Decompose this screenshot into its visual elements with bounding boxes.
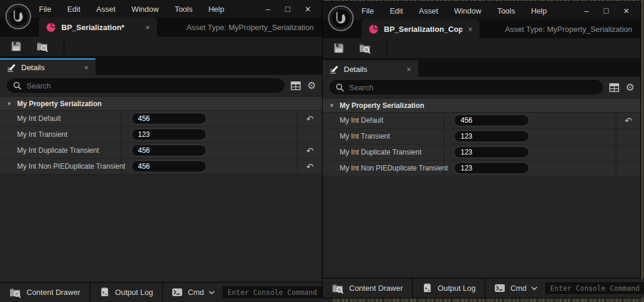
status-bar: Content Drawer Output Log Cmd [323, 278, 640, 298]
content-drawer-button[interactable]: Content Drawer [0, 283, 89, 302]
chevron-down-icon[interactable] [531, 287, 537, 290]
property-value-input[interactable] [454, 162, 529, 174]
menu-tools[interactable]: Tools [175, 5, 192, 14]
content-drawer-button[interactable]: Content Drawer [323, 278, 412, 298]
search-icon [336, 83, 344, 92]
toolbar [323, 38, 640, 60]
browse-to-asset-button[interactable] [358, 42, 371, 55]
terminal-icon [494, 284, 505, 293]
property-value-input[interactable] [132, 160, 206, 172]
menu-asset[interactable]: Asset [96, 5, 116, 14]
property-row: My Int Duplicate Transient ↶ [323, 145, 640, 160]
output-log-icon [100, 287, 110, 297]
content-drawer-icon [9, 286, 21, 298]
details-tab-label: Details [21, 63, 78, 72]
property-value-input[interactable] [132, 145, 206, 156]
search-input[interactable] [27, 81, 278, 90]
property-label: My Int Transient [0, 127, 121, 142]
console-section: Cmd [486, 278, 644, 298]
asset-tab-close-icon[interactable]: × [145, 24, 150, 31]
menu-asset[interactable]: Asset [419, 6, 438, 15]
cmd-dropdown[interactable]: Cmd [510, 284, 526, 293]
menu-tools[interactable]: Tools [497, 6, 515, 15]
asset-tab-label: BP_Serialization* [61, 23, 140, 32]
asset-tab[interactable]: BP_Serialization_Copy × [362, 19, 479, 38]
gear-icon[interactable]: ⚙ [626, 83, 635, 93]
menu-window[interactable]: Window [454, 6, 481, 15]
reset-to-default-button[interactable]: ↶ [306, 114, 314, 123]
property-row: My Int Transient ↶ [0, 127, 322, 143]
editor-window-left: File Edit Asset Window Tools Help – □ × … [0, 0, 322, 302]
details-tab-close-icon[interactable]: × [406, 65, 411, 73]
title-bar: File Edit Asset Window Tools Help – □ × [323, 2, 640, 19]
search-input[interactable] [349, 83, 597, 92]
asset-tab-row: BP_Serialization_Copy × Asset Type: MyPr… [323, 19, 640, 38]
menu-bar: File Edit Asset Window Tools Help [39, 5, 224, 14]
gear-icon[interactable]: ⚙ [307, 81, 316, 91]
save-button[interactable] [332, 42, 345, 55]
tab-details[interactable]: Details × [0, 58, 96, 75]
menu-file[interactable]: File [39, 5, 51, 14]
asset-type-label: Asset Type: MyProperty_Serialization [186, 23, 322, 32]
menu-edit[interactable]: Edit [67, 5, 80, 14]
asset-type-label: Asset Type: MyProperty_Serialization [505, 25, 640, 34]
blueprint-asset-icon [46, 22, 56, 32]
chevron-down-icon: ▼ [6, 101, 12, 107]
console-command-input[interactable] [544, 281, 644, 295]
display-filter-icon[interactable] [291, 81, 301, 90]
minimize-button[interactable]: – [266, 5, 271, 13]
minimize-button[interactable]: – [584, 6, 589, 15]
details-panel: Details × ⚙ ▼ My Property Serialization [0, 58, 322, 282]
details-tab-bar: Details × [323, 60, 640, 77]
property-label: My Int Non PIEDuplicate Transient [0, 159, 121, 174]
property-value-input[interactable] [454, 130, 529, 142]
details-empty-area [0, 175, 322, 282]
save-button[interactable] [9, 40, 22, 53]
reset-to-default-button[interactable]: ↶ [625, 116, 632, 125]
details-tab-label: Details [344, 65, 401, 74]
console-command-input[interactable] [222, 285, 324, 299]
property-row: My Int Transient ↶ [323, 129, 640, 145]
cmd-dropdown[interactable]: Cmd [188, 288, 203, 297]
close-button[interactable]: × [623, 6, 629, 16]
category-label: My Property Serialization [17, 100, 101, 108]
details-tab-close-icon[interactable]: × [84, 64, 88, 71]
menu-file[interactable]: File [362, 6, 374, 15]
close-button[interactable]: × [305, 4, 311, 14]
maximize-button[interactable]: □ [604, 6, 609, 15]
output-log-button[interactable]: Output Log [91, 283, 162, 302]
chevron-down-icon[interactable] [209, 291, 215, 294]
property-label: My Int Duplicate Transient [323, 145, 444, 160]
property-row: My Int Default ↶ [323, 113, 640, 129]
output-log-label: Output Log [115, 288, 153, 297]
property-value-input[interactable] [454, 114, 529, 126]
browse-to-asset-button[interactable] [35, 40, 48, 53]
unreal-logo-icon [327, 5, 354, 32]
menu-edit[interactable]: Edit [390, 6, 403, 15]
output-log-label: Output Log [438, 284, 475, 293]
search-box[interactable] [330, 80, 603, 94]
tab-details[interactable]: Details × [323, 60, 418, 77]
display-filter-icon[interactable] [609, 83, 619, 92]
output-log-button[interactable]: Output Log [413, 278, 484, 298]
search-icon [13, 81, 22, 90]
reset-to-default-button[interactable]: ↶ [306, 146, 314, 155]
menu-help[interactable]: Help [208, 5, 224, 14]
property-value-input[interactable] [132, 129, 206, 140]
property-row: My Int Non PIEDuplicate Transient ↶ [0, 159, 322, 175]
property-label: My Int Non PIEDuplicate Transient [323, 160, 444, 176]
asset-tab[interactable]: BP_Serialization* × [39, 18, 157, 37]
menu-window[interactable]: Window [132, 5, 159, 14]
reset-to-default-button[interactable]: ↶ [306, 162, 314, 171]
search-box[interactable] [7, 78, 284, 93]
asset-tab-label: BP_Serialization_Copy [384, 25, 462, 34]
property-value-input[interactable] [454, 146, 529, 158]
menu-help[interactable]: Help [531, 6, 547, 15]
menu-bar: File Edit Asset Window Tools Help [362, 6, 547, 15]
category-header[interactable]: ▼ My Property Serialization [323, 98, 640, 113]
category-header[interactable]: ▼ My Property Serialization [0, 96, 322, 111]
property-value-input[interactable] [132, 113, 206, 124]
maximize-button[interactable]: □ [285, 5, 290, 13]
terminal-icon [172, 288, 183, 297]
asset-tab-close-icon[interactable]: × [468, 25, 472, 33]
